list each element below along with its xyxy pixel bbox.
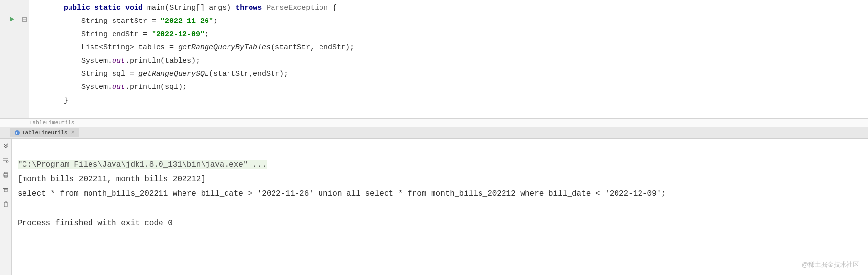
- console-line: [month_bills_202211, month_bills_202212]: [18, 175, 206, 184]
- run-tab[interactable]: C TableTimeUtils ×: [10, 128, 79, 137]
- run-tool-gutter: [0, 139, 12, 275]
- run-tool-window: "C:\Program Files\Java\jdk1.8.0_131\bin\…: [0, 139, 868, 275]
- java-class-icon: C: [14, 130, 20, 136]
- code-editor[interactable]: public static void main(String[] args) t…: [0, 0, 868, 119]
- scroll-to-end-icon[interactable]: [2, 142, 10, 149]
- console-exit-line: Process finished with exit code 0: [18, 219, 173, 228]
- svg-rect-5: [4, 172, 7, 174]
- print-icon[interactable]: [2, 171, 10, 179]
- run-gutter-icon[interactable]: [9, 16, 15, 24]
- close-icon[interactable]: ×: [69, 129, 74, 136]
- svg-rect-8: [4, 189, 7, 192]
- trash-icon[interactable]: [2, 200, 10, 208]
- breadcrumb[interactable]: TableTimeUtils: [0, 119, 868, 127]
- soft-wrap-icon[interactable]: [2, 156, 10, 164]
- run-tab-label: TableTimeUtils: [22, 130, 67, 136]
- console-output[interactable]: "C:\Program Files\Java\jdk1.8.0_131\bin\…: [12, 139, 868, 275]
- code-block[interactable]: public static void main(String[] args) t…: [29, 0, 868, 107]
- console-line: select * from month_bills_202211 where b…: [18, 190, 666, 198]
- svg-text:C: C: [16, 131, 19, 135]
- editor-gutter: [0, 0, 29, 118]
- fold-icon[interactable]: [22, 16, 27, 24]
- console-command-line: "C:\Program Files\Java\jdk1.8.0_131\bin\…: [18, 160, 267, 169]
- clear-icon[interactable]: [2, 186, 10, 193]
- watermark: @稀土掘金技术社区: [802, 260, 859, 269]
- run-tab-bar: C TableTimeUtils ×: [0, 127, 868, 139]
